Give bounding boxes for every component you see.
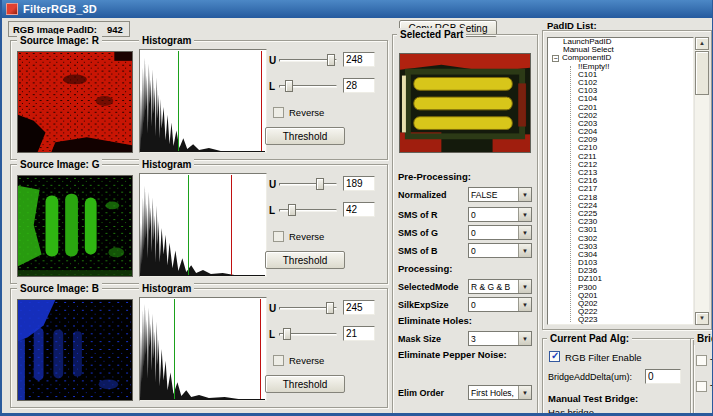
selected-mode-select[interactable]: R & G & B ▼ [468, 279, 532, 294]
chevron-down-icon: ▼ [518, 188, 531, 201]
low-threshold-line [178, 51, 179, 151]
tree-item[interactable]: D236 [548, 267, 693, 275]
app-icon [6, 3, 18, 15]
u-value-input[interactable] [343, 52, 375, 67]
u-slider-thumb[interactable] [327, 54, 335, 66]
tree-item[interactable]: C202 [548, 112, 693, 120]
chevron-down-icon: ▼ [518, 280, 531, 293]
threshold-button[interactable]: Threshold [265, 127, 345, 145]
normalized-select[interactable]: FALSE ▼ [468, 187, 532, 202]
tree-item[interactable]: C201 [548, 104, 693, 112]
low-threshold-line [174, 299, 175, 399]
l-slider-thumb[interactable] [285, 80, 293, 92]
bridge-add-delta-input[interactable] [645, 369, 681, 384]
collapse-icon[interactable]: − [552, 55, 559, 62]
elim-order-label: Elim Order [398, 388, 444, 398]
tree-item[interactable]: C203 [548, 120, 693, 128]
tree-item[interactable]: C303 [548, 243, 693, 251]
tree-item[interactable]: C216 [548, 177, 693, 185]
tree-item[interactable]: C212 [548, 161, 693, 169]
tree-item[interactable]: P300 [548, 284, 693, 292]
threshold-button[interactable]: Threshold [265, 375, 345, 393]
l-value-input[interactable] [343, 202, 375, 217]
tree-item[interactable]: C218 [548, 194, 693, 202]
l-slider[interactable] [279, 79, 337, 93]
u-slider[interactable] [279, 177, 337, 191]
scrollbar-thumb[interactable] [695, 51, 709, 95]
l-slider-thumb[interactable] [283, 328, 291, 340]
l-value-input[interactable] [343, 326, 375, 341]
u-slider-thumb[interactable] [326, 302, 334, 314]
l-slider-thumb[interactable] [288, 204, 296, 216]
tree-item[interactable]: C217 [548, 185, 693, 193]
tree-item[interactable]: D103 [548, 259, 693, 267]
tree-item[interactable]: C101 [548, 71, 693, 79]
reverse-checkbox[interactable] [273, 107, 284, 118]
u-value-input[interactable] [343, 300, 375, 315]
chevron-down-icon: ▼ [518, 208, 531, 221]
tree-scrollbar[interactable]: ▲ ▼ [695, 37, 709, 325]
rgb-filter-enable-checkbox[interactable] [549, 351, 560, 362]
tree-item[interactable]: !!Empty!! [548, 63, 693, 71]
histogram-g-title: Histogram [139, 158, 194, 171]
source-image-r-view [17, 51, 133, 153]
combo-value: R & G & B [471, 282, 510, 292]
chevron-down-icon: ▼ [518, 226, 531, 239]
tree-item[interactable]: C104 [548, 95, 693, 103]
chevron-down-icon: ▼ [518, 386, 531, 399]
tree-item[interactable]: Q202 [548, 300, 693, 308]
window-title: FilterRGB_3D [23, 3, 97, 15]
tree-item[interactable]: C304 [548, 251, 693, 259]
tree-item[interactable]: C204 [548, 128, 693, 136]
sms-of-r-select[interactable]: 0 ▼ [468, 207, 532, 222]
tree-item[interactable]: C211 [548, 153, 693, 161]
elim-order-select[interactable]: First Holes, ▼ [468, 385, 532, 400]
source-image-g-group: Source Image: G Histogram [10, 164, 388, 284]
high-threshold-line [261, 51, 262, 151]
reverse-checkbox[interactable] [273, 231, 284, 242]
tl-checkbox-1[interactable] [696, 355, 707, 366]
tree-item[interactable]: C103 [548, 87, 693, 95]
reverse-checkbox[interactable] [273, 355, 284, 366]
tree-item[interactable]: Q223 [548, 316, 693, 324]
source-image-b-view [17, 299, 133, 401]
l-slider[interactable] [279, 327, 337, 341]
tree-item[interactable]: C102 [548, 79, 693, 87]
tree-item[interactable]: Q201 [548, 292, 693, 300]
tree-item[interactable]: C224 [548, 202, 693, 210]
u-slider-thumb[interactable] [316, 178, 324, 190]
mask-size-select[interactable]: 3 ▼ [468, 331, 532, 346]
sms-of-g-select[interactable]: 0 ▼ [468, 225, 532, 240]
tree-item[interactable]: C302 [548, 235, 693, 243]
histogram-b-title: Histogram [139, 282, 194, 295]
tree-item[interactable]: C230 [548, 218, 693, 226]
u-value-input[interactable] [343, 176, 375, 191]
u-slider[interactable] [279, 53, 337, 67]
manual-test-bridge-label: Manual Test Bridge: [548, 393, 638, 404]
sms-of-b-select[interactable]: 0 ▼ [468, 243, 532, 258]
source-image-g-title: Source Image: G [17, 158, 102, 171]
combo-value: FALSE [471, 190, 497, 200]
tree-item[interactable]: Q222 [548, 308, 693, 316]
l-slider[interactable] [279, 203, 337, 217]
tree-item[interactable]: C209 [548, 136, 693, 144]
tl-checkbox-2[interactable] [696, 381, 707, 392]
bridge-title: Bridge [694, 332, 713, 345]
silk-exp-size-select[interactable]: 0 ▼ [468, 297, 532, 312]
title-bar[interactable]: FilterRGB_3D [2, 0, 712, 18]
scroll-down-icon[interactable]: ▼ [695, 312, 709, 325]
tree-item[interactable]: C213 [548, 169, 693, 177]
l-label: L [269, 205, 275, 216]
tree-item[interactable]: C225 [548, 210, 693, 218]
tree-item[interactable]: C210 [548, 144, 693, 152]
l-value-input[interactable] [343, 78, 375, 93]
tree-item[interactable]: C301 [548, 226, 693, 234]
padid-tree[interactable]: LaunchPadIDManual Select−ComponentID!!Em… [547, 37, 694, 325]
tree-item[interactable]: −ComponentID [548, 54, 693, 62]
u-slider-track[interactable] [279, 183, 337, 186]
threshold-button[interactable]: Threshold [265, 251, 345, 269]
tree-item[interactable]: DZ101 [548, 275, 693, 283]
u-slider[interactable] [279, 301, 337, 315]
selected-part-title: Selected Part [397, 28, 466, 41]
scroll-up-icon[interactable]: ▲ [695, 37, 709, 50]
